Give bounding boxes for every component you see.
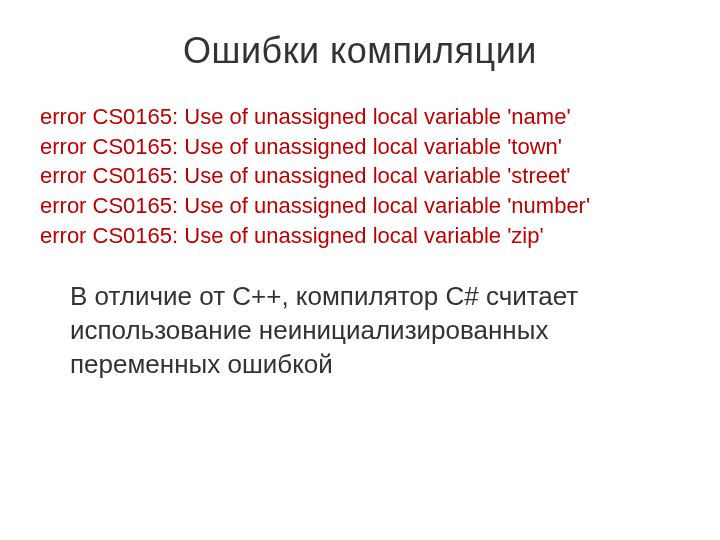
slide-title: Ошибки компиляции	[40, 30, 680, 72]
error-line: error CS0165: Use of unassigned local va…	[40, 132, 680, 162]
error-list: error CS0165: Use of unassigned local va…	[40, 102, 680, 250]
error-line: error CS0165: Use of unassigned local va…	[40, 191, 680, 221]
explanation-text: В отличие от С++, компилятор C# считает …	[40, 280, 680, 381]
error-line: error CS0165: Use of unassigned local va…	[40, 221, 680, 251]
error-line: error CS0165: Use of unassigned local va…	[40, 161, 680, 191]
error-line: error CS0165: Use of unassigned local va…	[40, 102, 680, 132]
